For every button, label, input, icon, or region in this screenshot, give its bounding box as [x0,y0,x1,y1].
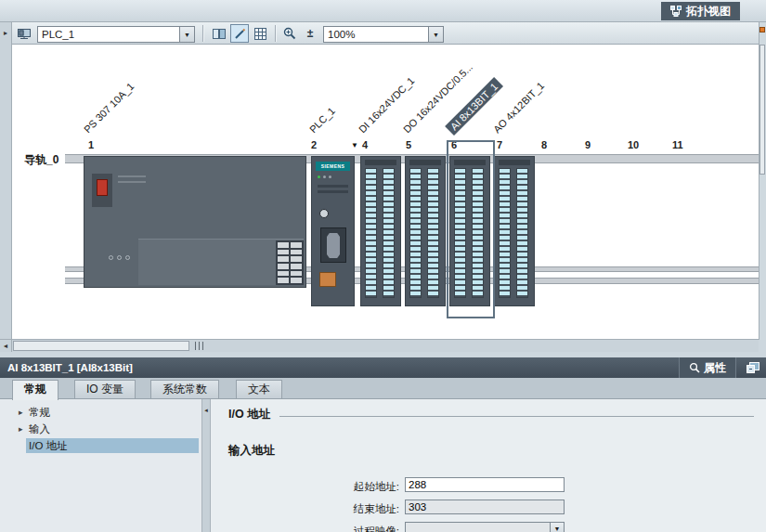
chevron-down-icon: ▼ [550,523,564,532]
left-panel-collapse-strip[interactable]: ▸ [0,22,12,340]
section-io-address: I/O 地址 [228,407,754,422]
edit-mode-button[interactable] [230,24,249,43]
ps-power-switch [97,179,108,196]
toolbar-separator [275,25,276,42]
dock-inspector-button[interactable] [744,359,762,376]
io-terminal-strip [427,168,439,298]
process-image-label: 过程映像: [279,525,399,532]
module-label-plc[interactable]: PLC_1 [306,104,338,136]
plc-memory-card-slot [319,272,336,287]
io-module-header [365,160,396,165]
topology-view-tab[interactable]: 拓扑视图 [661,2,740,20]
ps-test-points [109,255,130,260]
chevron-down-icon: ▼ [433,32,439,38]
end-address-label: 结束地址: [279,502,399,516]
slot-number-1: 1 [88,139,94,150]
slot-number-2: 2 [311,139,317,150]
scroll-left-arrow-icon[interactable]: ◄ [0,340,12,352]
topology-view-label: 拓扑视图 [686,4,731,19]
slot-number-4: 4 [362,139,368,150]
zoom-in-button[interactable] [280,24,299,43]
device-select-arrow[interactable]: ▼ [179,27,194,42]
zoom-select[interactable]: 100% ▼ [323,26,444,43]
tab-general[interactable]: 常规 [12,380,58,400]
split-view-button[interactable] [210,24,228,43]
io-terminal-strip [383,168,395,298]
tab-texts[interactable]: 文本 [236,380,282,399]
nav-item-io-address-selected[interactable]: I/O 地址 [26,438,199,453]
plc-led-green [318,175,320,178]
topology-icon [670,6,682,17]
slot-number-8: 8 [541,139,547,150]
magnifier-icon [689,362,700,373]
module-ps[interactable] [84,156,306,288]
slot-number-10: 10 [628,139,639,150]
device-icon [17,26,32,41]
module-di[interactable] [360,156,401,306]
io-module-header [499,160,530,165]
slot-filter-arrow-icon[interactable]: ▼ [351,141,358,149]
collapse-arrow-icon: ▸ [4,29,7,37]
process-image-select[interactable]: ▼ [405,522,565,532]
view-tab-bar [0,0,766,22]
plc-mode-switch [319,209,329,218]
nav-splitter[interactable]: ◂ [202,399,211,532]
plus-minus-icon: ± [307,28,314,39]
device-select-value: PLC_1 [38,27,179,42]
zoom-select-value: 100% [324,27,428,42]
horizontal-scrollbar-thumb[interactable] [13,341,189,351]
io-module-header [409,160,441,165]
toolbar-separator [202,25,203,42]
plc-mpi-connector [320,227,346,263]
zoom-select-arrow[interactable]: ▼ [428,27,443,42]
splitter-arrow-icon: ◂ [204,407,208,413]
tab-system-constants[interactable]: 系统常数 [150,380,219,399]
slot-number-5: 5 [406,139,411,150]
scroll-marker[interactable] [760,27,765,32]
slot-selection-outline [447,140,495,318]
chevron-down-icon: ▼ [184,32,190,38]
nav-item-input[interactable]: 输入 [29,422,50,436]
nav-item-general[interactable]: 常规 [29,406,50,420]
plc-led [323,175,326,178]
nav-item-io-address-label: I/O 地址 [26,438,199,453]
plc-label-bar [318,185,348,188]
module-do[interactable] [405,156,446,306]
subsection-input-addresses: 输入地址 [228,443,275,459]
module-ao[interactable] [494,156,535,306]
plc-label-bar [318,190,348,193]
vertical-scrollbar-thumb[interactable] [760,45,765,175]
device-select[interactable]: PLC_1 ▼ [37,26,195,43]
nav-expand-icon[interactable]: ▸ [19,408,23,417]
pen-icon [234,28,246,40]
io-terminal-strip [516,168,528,298]
tab-io-tags[interactable]: IO 变量 [74,380,136,399]
io-terminal-strip [409,168,422,298]
module-label-ps[interactable]: PS 307 10A_1 [81,80,136,136]
dock-icon [747,362,760,373]
end-address-input[interactable] [405,500,565,514]
zoom-stepper-button[interactable]: ± [301,24,319,43]
start-address-label: 起始地址: [279,480,399,494]
ps-terminal-block [276,240,304,285]
rail-label: 导轨_0 [24,152,58,168]
process-image-value [406,523,550,532]
io-terminal-strip [499,168,511,298]
inspector-title: AI 8x13BIT_1 [AI8x13Bit] [7,357,133,378]
module-plc[interactable]: SIEMENS [311,156,355,306]
io-terminal-strip [365,168,377,298]
magnifier-plus-icon [283,27,296,40]
siemens-logo: SIEMENS [316,162,350,171]
splitter-grip[interactable] [195,342,203,350]
slot-number-9: 9 [585,139,591,150]
nav-expand-icon[interactable]: ▸ [19,424,23,434]
grid-icon [254,28,266,40]
section-rule [279,416,754,417]
properties-tab[interactable]: 属性 [679,357,736,378]
ps-label-line [118,175,146,177]
grid-view-button[interactable] [251,24,269,43]
plc-led [329,175,331,178]
ps-label-line [118,181,146,183]
start-address-input[interactable] [405,477,565,492]
device-view-canvas[interactable]: PS 307 10A_1 PLC_1 DI 16x24VDC_1 DO 16x2… [12,45,759,339]
